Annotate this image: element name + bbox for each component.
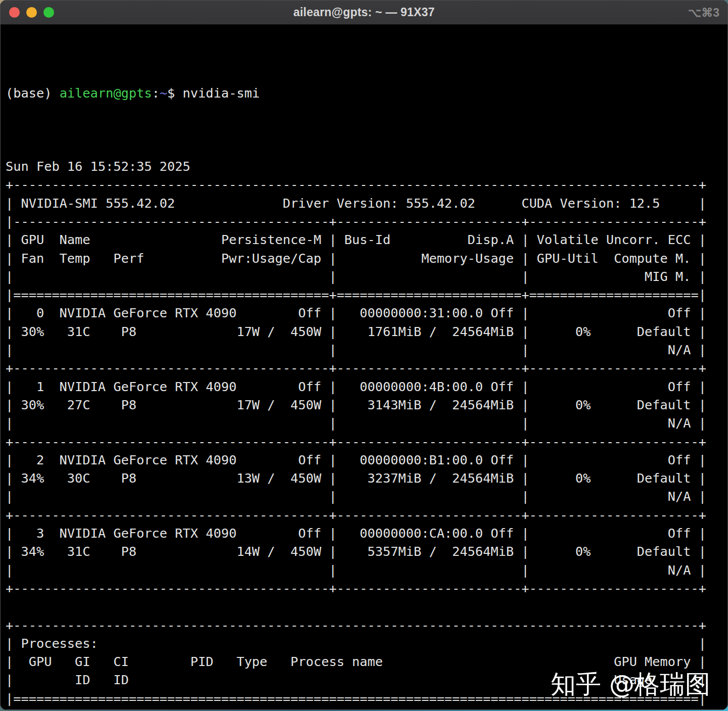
window-shortcut-badge: ⌥⌘3 [688, 6, 719, 20]
entered-command: nvidia-smi [183, 86, 259, 101]
titlebar[interactable]: ailearn@gpts: ~ — 91X37 ⌥⌘3 [1, 1, 727, 25]
prompt-symbol: $ [167, 86, 183, 101]
watermark: 知乎 @格瑞图 [551, 675, 710, 693]
nvidia-smi-output: Sun Feb 16 15:52:35 2025 +--------------… [6, 158, 727, 710]
window-title: ailearn@gpts: ~ — 91X37 [1, 6, 727, 19]
terminal-window: ailearn@gpts: ~ — 91X37 ⌥⌘3 (base) ailea… [0, 0, 728, 710]
close-button[interactable] [9, 7, 20, 18]
terminal-content-area[interactable]: (base) ailearn@gpts:~$ nvidia-smi Sun Fe… [1, 25, 727, 709]
cwd-label: ~ [160, 86, 167, 101]
conda-env-label: (base) [6, 86, 60, 101]
zoom-button[interactable] [43, 7, 54, 18]
traffic-lights [9, 7, 54, 18]
prompt-line-top: (base) ailearn@gpts:~$ nvidia-smi [6, 84, 727, 103]
user-host-label: ailearn@gpts [60, 86, 152, 101]
prompt-colon: : [152, 86, 159, 101]
minimize-button[interactable] [26, 7, 37, 18]
